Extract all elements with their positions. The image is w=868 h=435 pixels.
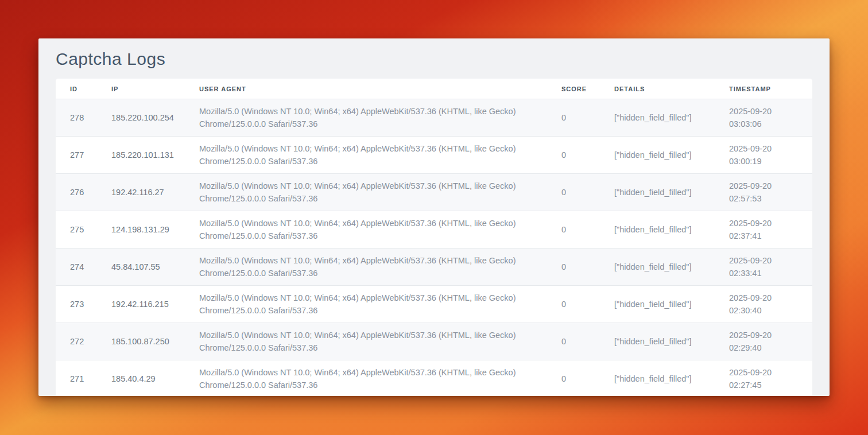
log-row: 278185.220.100.254Mozilla/5.0 (Windows N… bbox=[56, 99, 812, 137]
cell-details: ["hidden_field_filled"] bbox=[614, 211, 729, 248]
cell-score: 0 bbox=[561, 360, 614, 397]
cell-score: 0 bbox=[561, 211, 614, 248]
header-cell-ip: IP bbox=[111, 79, 199, 99]
cell-timestamp: 2025-09-20 02:30:40 bbox=[729, 286, 812, 323]
header-cell-id: ID bbox=[56, 79, 111, 99]
cell-details: ["hidden_field_filled"] bbox=[614, 137, 729, 174]
cell-ua: Mozilla/5.0 (Windows NT 10.0; Win64; x64… bbox=[199, 323, 561, 360]
cell-id: 272 bbox=[56, 323, 111, 360]
cell-ip: 124.198.131.29 bbox=[111, 211, 199, 248]
table-body: 278185.220.100.254Mozilla/5.0 (Windows N… bbox=[56, 99, 812, 397]
captcha-logs-table: IDIPUSER AGENTSCOREDETAILSTIMESTAMP 2781… bbox=[56, 79, 812, 396]
header-cell-timestamp: TIMESTAMP bbox=[729, 79, 812, 99]
cell-score: 0 bbox=[561, 174, 614, 211]
cell-details: ["hidden_field_filled"] bbox=[614, 323, 729, 360]
cell-id: 276 bbox=[56, 174, 111, 211]
cell-details: ["hidden_field_filled"] bbox=[614, 248, 729, 286]
cell-ip: 185.220.101.131 bbox=[111, 137, 199, 174]
cell-ua: Mozilla/5.0 (Windows NT 10.0; Win64; x64… bbox=[199, 248, 561, 286]
header-cell-ua: USER AGENT bbox=[199, 79, 561, 99]
cell-id: 273 bbox=[56, 286, 111, 323]
cell-timestamp: 2025-09-20 02:27:45 bbox=[729, 360, 812, 397]
cell-ua: Mozilla/5.0 (Windows NT 10.0; Win64; x64… bbox=[199, 99, 561, 137]
cell-ua: Mozilla/5.0 (Windows NT 10.0; Win64; x64… bbox=[199, 286, 561, 323]
header-cell-details: DETAILS bbox=[614, 79, 729, 99]
cell-ip: 185.220.100.254 bbox=[111, 99, 199, 137]
cell-details: ["hidden_field_filled"] bbox=[614, 286, 729, 323]
cell-timestamp: 2025-09-20 03:03:06 bbox=[729, 99, 812, 137]
log-row: 271185.40.4.29Mozilla/5.0 (Windows NT 10… bbox=[56, 360, 812, 397]
cell-timestamp: 2025-09-20 03:00:19 bbox=[729, 137, 812, 174]
table-header: IDIPUSER AGENTSCOREDETAILSTIMESTAMP bbox=[56, 79, 812, 99]
cell-ua: Mozilla/5.0 (Windows NT 10.0; Win64; x64… bbox=[199, 137, 561, 174]
cell-ip: 185.40.4.29 bbox=[111, 360, 199, 397]
log-row: 273192.42.116.215Mozilla/5.0 (Windows NT… bbox=[56, 286, 812, 323]
captcha-logs-card: Captcha Logs IDIPUSER AGENTSCOREDETAILST… bbox=[38, 38, 830, 396]
page-title: Captcha Logs bbox=[56, 49, 812, 69]
log-row: 277185.220.101.131Mozilla/5.0 (Windows N… bbox=[56, 137, 812, 174]
cell-ip: 192.42.116.27 bbox=[111, 174, 199, 211]
log-row: 275124.198.131.29Mozilla/5.0 (Windows NT… bbox=[56, 211, 812, 248]
header-cell-score: SCORE bbox=[561, 79, 614, 99]
log-row: 276192.42.116.27Mozilla/5.0 (Windows NT … bbox=[56, 174, 812, 211]
cell-ua: Mozilla/5.0 (Windows NT 10.0; Win64; x64… bbox=[199, 360, 561, 397]
log-row: 272185.100.87.250Mozilla/5.0 (Windows NT… bbox=[56, 323, 812, 360]
cell-timestamp: 2025-09-20 02:37:41 bbox=[729, 211, 812, 248]
cell-details: ["hidden_field_filled"] bbox=[614, 99, 729, 137]
cell-timestamp: 2025-09-20 02:33:41 bbox=[729, 248, 812, 286]
cell-id: 274 bbox=[56, 248, 111, 286]
cell-id: 277 bbox=[56, 137, 111, 174]
cell-id: 275 bbox=[56, 211, 111, 248]
cell-ua: Mozilla/5.0 (Windows NT 10.0; Win64; x64… bbox=[199, 211, 561, 248]
cell-score: 0 bbox=[561, 323, 614, 360]
cell-timestamp: 2025-09-20 02:57:53 bbox=[729, 174, 812, 211]
log-row: 27445.84.107.55Mozilla/5.0 (Windows NT 1… bbox=[56, 248, 812, 286]
cell-score: 0 bbox=[561, 137, 614, 174]
cell-score: 0 bbox=[561, 99, 614, 137]
cell-details: ["hidden_field_filled"] bbox=[614, 360, 729, 397]
cell-ip: 192.42.116.215 bbox=[111, 286, 199, 323]
cell-id: 271 bbox=[56, 360, 111, 397]
logs-table-container: IDIPUSER AGENTSCOREDETAILSTIMESTAMP 2781… bbox=[56, 79, 812, 396]
cell-timestamp: 2025-09-20 02:29:40 bbox=[729, 323, 812, 360]
cell-id: 278 bbox=[56, 99, 111, 137]
cell-score: 0 bbox=[561, 286, 614, 323]
cell-score: 0 bbox=[561, 248, 614, 286]
cell-ua: Mozilla/5.0 (Windows NT 10.0; Win64; x64… bbox=[199, 174, 561, 211]
cell-ip: 185.100.87.250 bbox=[111, 323, 199, 360]
cell-details: ["hidden_field_filled"] bbox=[614, 174, 729, 211]
cell-ip: 45.84.107.55 bbox=[111, 248, 199, 286]
header-row: IDIPUSER AGENTSCOREDETAILSTIMESTAMP bbox=[56, 79, 812, 99]
